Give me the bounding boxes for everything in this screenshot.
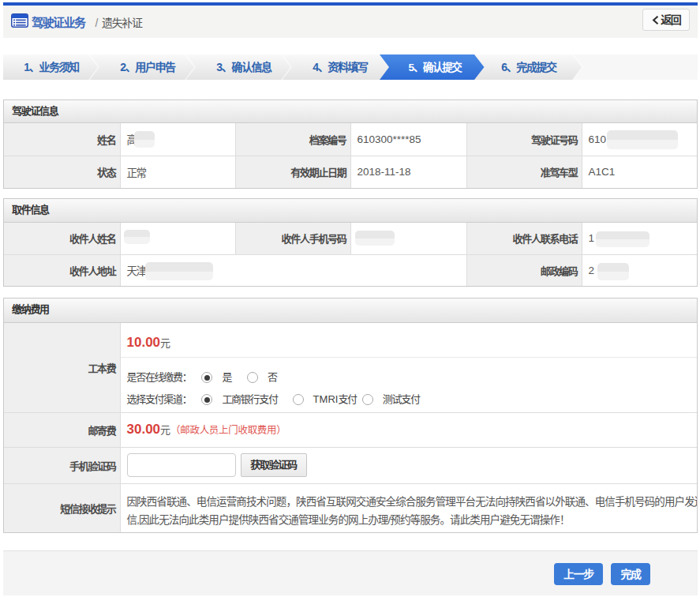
svg-text:6、完成提交: 6、完成提交 xyxy=(501,61,557,73)
svg-text:4、资料填写: 4、资料填写 xyxy=(313,61,369,73)
svg-text:5、确认提交: 5、确认提交 xyxy=(409,61,463,73)
svg-text:3、确认信息: 3、确认信息 xyxy=(216,61,272,73)
svg-text:1、业务须知: 1、业务须知 xyxy=(24,61,79,73)
svg-text:2、用户申告: 2、用户申告 xyxy=(120,61,176,73)
